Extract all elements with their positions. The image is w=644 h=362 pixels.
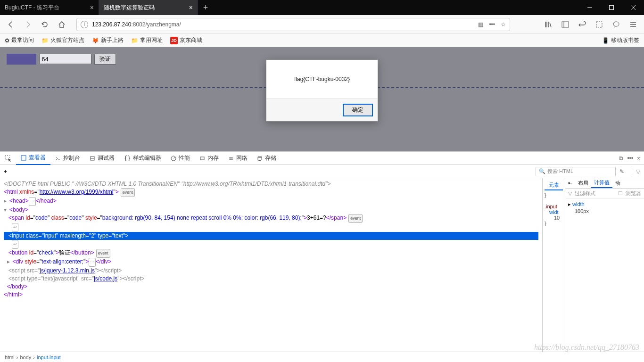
captcha-input[interactable]: [39, 54, 91, 64]
maximize-button[interactable]: [601, 0, 622, 15]
svg-point-7: [613, 22, 619, 26]
browser-tab-inactive[interactable]: BugkuCTF - 练习平台 ×: [0, 0, 99, 15]
screenshot-icon[interactable]: [592, 17, 606, 32]
svg-rect-4: [562, 22, 569, 27]
url-text: 123.206.87.240:8002/yanzhengma/: [92, 21, 474, 28]
close-tab-icon[interactable]: ×: [90, 4, 94, 11]
bookmark-jd[interactable]: JD京东商城: [170, 36, 202, 44]
bookmark-frequent[interactable]: ✿最常访问: [5, 36, 34, 44]
tab-title: 随机数字运算验证码: [104, 4, 185, 12]
forward-button[interactable]: [21, 17, 35, 32]
bookmark-common[interactable]: 📁常用网址: [131, 36, 163, 44]
page-actions-icon[interactable]: •••: [489, 21, 495, 28]
firefox-icon: 🦊: [92, 37, 99, 44]
menu-icon[interactable]: [626, 17, 640, 32]
mobile-icon: 📱: [602, 37, 609, 44]
svg-rect-1: [610, 6, 614, 10]
minimize-button[interactable]: [579, 0, 601, 15]
alert-message: flag{CTF-bugku-0032}: [266, 60, 378, 99]
window-titlebar: BugkuCTF - 练习平台 × 随机数字运算验证码 × +: [0, 0, 644, 15]
folder-icon: 📁: [131, 37, 138, 44]
jd-icon: JD: [170, 37, 178, 44]
svg-rect-6: [596, 22, 602, 27]
url-bar[interactable]: i 123.206.87.240:8002/yanzhengma/ ▦ ••• …: [76, 18, 510, 31]
bookmark-newbie[interactable]: 🦊新手上路: [92, 36, 124, 44]
library-icon[interactable]: [541, 17, 555, 32]
browser-navbar: i 123.206.87.240:8002/yanzhengma/ ▦ ••• …: [0, 15, 644, 34]
chat-icon[interactable]: [609, 17, 623, 32]
code-span: [7, 54, 36, 65]
site-info-icon[interactable]: i: [81, 21, 88, 28]
folder-icon: 📁: [41, 37, 49, 44]
home-button[interactable]: [55, 17, 69, 32]
qr-icon[interactable]: ▦: [478, 21, 483, 28]
bookmark-firefox[interactable]: 📁火狐官方站点: [41, 36, 84, 44]
close-window-button[interactable]: [622, 0, 644, 15]
bookmarks-bar: ✿最常访问 📁火狐官方站点 🦊新手上路 📁常用网址 JD京东商城 📱移动版书签: [0, 34, 644, 47]
page-content: 验证 flag{CTF-bugku-0032} 确定: [0, 47, 644, 151]
verify-button[interactable]: 验证: [94, 54, 116, 65]
bookmark-star-icon[interactable]: ☆: [501, 21, 506, 28]
back-button[interactable]: [4, 17, 18, 32]
alert-ok-button[interactable]: 确定: [343, 104, 373, 116]
bookmark-mobile[interactable]: 📱移动版书签: [602, 36, 639, 44]
undo-icon[interactable]: [575, 17, 589, 32]
tab-title: BugkuCTF - 练习平台: [5, 4, 86, 12]
new-tab-button[interactable]: +: [198, 0, 213, 15]
alert-dialog: flag{CTF-bugku-0032} 确定: [266, 59, 378, 122]
sidebar-icon[interactable]: [558, 17, 572, 32]
browser-tab-active[interactable]: 随机数字运算验证码 ×: [99, 0, 198, 15]
gear-icon: ✿: [5, 37, 9, 44]
reload-button[interactable]: [38, 17, 52, 32]
close-tab-icon[interactable]: ×: [189, 4, 193, 11]
